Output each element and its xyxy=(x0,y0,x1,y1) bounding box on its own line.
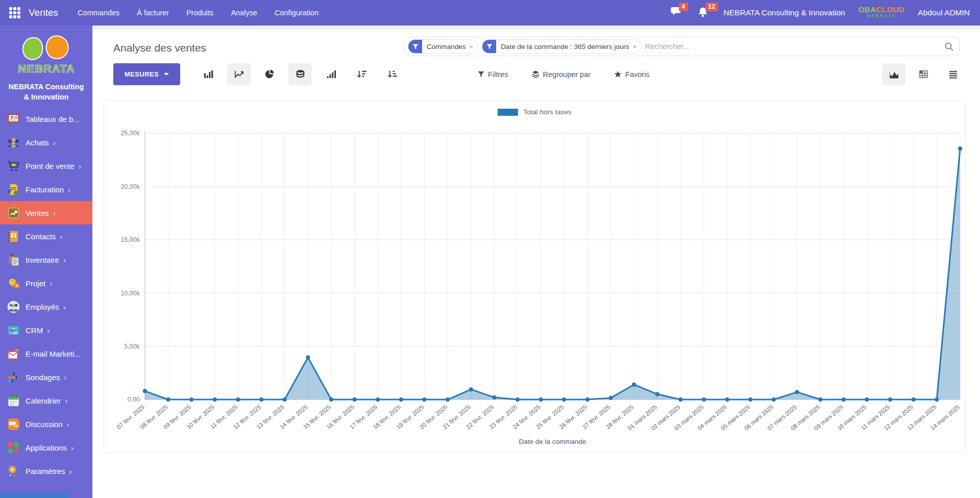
sidebar-item-label: Calendrier xyxy=(26,396,61,405)
facet-remove-icon[interactable]: × xyxy=(470,43,478,51)
sidebar-item-label: Contacts xyxy=(26,232,56,241)
messages-icon[interactable]: 4 xyxy=(671,7,684,19)
sidebar-item-ventes[interactable]: Ventes› xyxy=(0,201,92,225)
pie-chart-button[interactable] xyxy=(258,63,281,85)
graph-view-button[interactable] xyxy=(882,63,905,85)
chevron-right-icon: › xyxy=(60,232,62,241)
pie-chart-icon xyxy=(264,69,275,79)
sidebar-item-label: Employés xyxy=(26,303,59,311)
topbar-menu-item[interactable]: Produits xyxy=(186,9,213,17)
svg-text:15,00k: 15,00k xyxy=(120,236,140,243)
topbar-menu-item[interactable]: À facturer xyxy=(137,9,169,17)
stacked-icon xyxy=(295,69,306,79)
search-facet: Date de la commande : 365 derniers jours… xyxy=(482,39,642,54)
sidebar-item-label: Achats xyxy=(26,138,49,147)
app-name[interactable]: Ventes xyxy=(29,7,58,18)
sort-desc-icon xyxy=(356,69,367,79)
sidebar-item-contacts[interactable]: Contacts› xyxy=(0,225,92,248)
filters-button[interactable]: Filtres xyxy=(478,70,508,79)
list-view-button[interactable] xyxy=(941,63,965,85)
chevron-right-icon: › xyxy=(69,467,72,476)
messages-badge: 4 xyxy=(679,3,689,11)
stacked-button[interactable] xyxy=(288,63,312,85)
surveys-icon xyxy=(7,370,20,384)
user-menu[interactable]: Abdoul ADMIN xyxy=(918,8,970,17)
bar-chart-button[interactable] xyxy=(197,63,220,85)
search-bar: Commandes×Date de la commande : 365 dern… xyxy=(404,37,960,56)
sidebar-item-label: Point de vente xyxy=(26,162,75,170)
settings-icon xyxy=(7,464,20,478)
topbar-menu-item[interactable]: Commandes xyxy=(78,9,119,17)
chevron-right-icon: › xyxy=(65,396,67,405)
line-chart-button[interactable] xyxy=(227,63,251,85)
caret-down-icon xyxy=(164,73,169,76)
sidebar-item-facturation[interactable]: Facturation› xyxy=(0,178,92,201)
sidebar-item-applications[interactable]: Applications› xyxy=(0,436,92,459)
sidebar-partial-item[interactable] xyxy=(0,493,69,498)
chevron-right-icon: › xyxy=(71,443,74,452)
contacts-icon xyxy=(7,230,20,243)
inventory-icon xyxy=(7,253,20,267)
search-input[interactable] xyxy=(645,42,941,51)
cumulative-button[interactable] xyxy=(319,63,342,85)
chevron-right-icon: › xyxy=(50,279,52,288)
apps-icon xyxy=(7,441,20,455)
sidebar-item-projet[interactable]: Projet› xyxy=(0,271,92,295)
sidebar-item-crm[interactable]: CRMCRM› xyxy=(0,318,92,342)
content-top-gap xyxy=(92,26,980,30)
layers-icon xyxy=(532,70,540,78)
chevron-right-icon: › xyxy=(47,326,50,335)
favorites-button[interactable]: Favoris xyxy=(614,70,650,79)
sort-desc-button[interactable] xyxy=(350,63,373,85)
topbar-menu-item[interactable]: Configuration xyxy=(275,9,318,17)
chevron-right-icon: › xyxy=(63,303,66,311)
notifications-icon[interactable]: 12 xyxy=(697,7,710,19)
sidebar: NEBRATA NEBRATA Consulting & Innovation … xyxy=(0,26,92,498)
chart-legend: Total hors taxes xyxy=(104,108,965,116)
legend-swatch xyxy=(498,109,518,116)
company-menu[interactable]: NEBRATA Consulting & Innovation xyxy=(724,8,845,17)
sidebar-item-achats[interactable]: Achats› xyxy=(0,131,92,154)
sidebar-item-label: Projet xyxy=(26,279,45,288)
group-by-button[interactable]: Regrouper par xyxy=(532,70,591,79)
pos-icon xyxy=(7,159,20,173)
sidebar-item-employ-s[interactable]: Employés› xyxy=(0,295,92,318)
search-icon[interactable] xyxy=(944,42,954,52)
chevron-right-icon: › xyxy=(68,185,70,194)
topbar-menu-item[interactable]: Analyse xyxy=(231,9,257,17)
chevron-right-icon: › xyxy=(63,256,66,264)
svg-text:Date de la commande: Date de la commande xyxy=(519,438,586,445)
obacloud-logo: OBACLOUD NEBRATA xyxy=(859,6,905,19)
control-panel: Analyse des ventes Commandes×Date de la … xyxy=(92,30,980,93)
facet-remove-icon[interactable]: × xyxy=(633,43,642,51)
sidebar-item-point-de-vente[interactable]: Point de vente› xyxy=(0,154,92,178)
topbar: Ventes CommandesÀ facturerProduitsAnalys… xyxy=(0,0,980,26)
main-content: Analyse des ventes Commandes×Date de la … xyxy=(92,26,980,498)
bar-chart-icon xyxy=(203,69,214,79)
svg-text:20,00k: 20,00k xyxy=(120,183,140,190)
chart-card: Total hors taxes 0,005,00k10,00k15,00k20… xyxy=(104,101,966,453)
calendar-icon xyxy=(7,394,20,408)
cumulative-icon xyxy=(326,69,336,79)
sidebar-item-label: Applications xyxy=(26,443,67,452)
sidebar-item-calendrier[interactable]: Calendrier› xyxy=(0,389,92,412)
svg-text:10,00k: 10,00k xyxy=(120,290,140,297)
apps-grid-icon[interactable] xyxy=(9,7,20,18)
measures-button[interactable]: MESURES xyxy=(113,63,180,85)
list-view-icon xyxy=(948,69,959,79)
svg-text:0,00: 0,00 xyxy=(128,396,140,403)
sidebar-item-inventaire[interactable]: Inventaire› xyxy=(0,248,92,271)
funnel-icon xyxy=(478,71,484,78)
discussion-icon xyxy=(7,417,20,431)
email-icon xyxy=(7,347,20,361)
sidebar-item-sondages[interactable]: Sondages› xyxy=(0,365,92,389)
sidebar-item-discussion[interactable]: Discussion› xyxy=(0,412,92,436)
pivot-view-button[interactable] xyxy=(912,63,935,85)
nebrata-logo: NEBRATA xyxy=(0,26,92,79)
sidebar-item-e-mail-marketi[interactable]: E-mail Marketi... xyxy=(0,342,92,365)
employees-icon xyxy=(7,300,20,314)
sidebar-item-tableaux-de-b[interactable]: Tableaux de b... xyxy=(0,107,92,131)
sort-asc-button[interactable] xyxy=(380,63,404,85)
sidebar-item-param-tres[interactable]: Paramètres› xyxy=(0,459,92,483)
topbar-menu: CommandesÀ facturerProduitsAnalyseConfig… xyxy=(78,9,318,17)
